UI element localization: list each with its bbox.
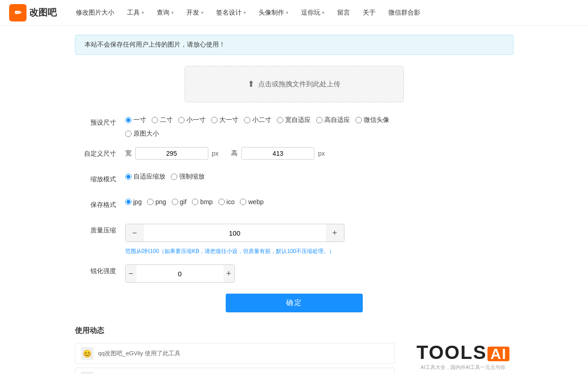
activity-content: 😊qq改图吧_eGVily 使用了此工具🖼改图吧_wpKoen 使用了此工具 T… — [75, 343, 514, 374]
activity-section: 使用动态 😊qq改图吧_eGVily 使用了此工具🖼改图吧_wpKoen 使用了… — [75, 326, 514, 374]
confirm-row: 确定 — [75, 294, 514, 312]
sharpness-input[interactable] — [137, 265, 223, 282]
height-unit: px — [318, 150, 325, 157]
preset-size-radio-group: 一寸二寸小一寸大一寸小二寸宽自适应高自适应微信头像原图大小 — [125, 116, 429, 138]
notice-text: 本站不会保存任何用户上传的图片，请放心使用！ — [85, 41, 225, 48]
quality-hint: 范围从0到100（如果要压缩KB，请把值往小设，但质量有损，默认100不压缩处理… — [125, 248, 335, 255]
nav-arrow-icon: ▾ — [322, 10, 324, 15]
sharpness-row: 锐化强度 − + — [75, 264, 514, 283]
preset-size-option[interactable]: 一寸 — [125, 116, 146, 124]
nav: 修改图片大小工具▾查询▾开发▾签名设计▾头像制作▾逗你玩▾留言关于微信群合影 — [70, 6, 579, 20]
custom-size-content: 宽 px 高 px — [125, 147, 514, 160]
scale-mode-option[interactable]: 自适应缩放 — [125, 173, 165, 181]
scale-mode-radio-group: 自适应缩放强制缩放 — [125, 173, 205, 181]
height-label: 高 — [231, 149, 238, 158]
quality-content: − + 范围从0到100（如果要压缩KB，请把值往小设，但质量有损，默认100不… — [125, 224, 514, 255]
activity-text: qq改图吧_eGVily 使用了此工具 — [98, 349, 180, 358]
confirm-button[interactable]: 确定 — [226, 294, 363, 312]
preset-size-option[interactable]: 原图大小 — [125, 130, 159, 138]
save-format-option[interactable]: jpg — [125, 198, 142, 205]
quality-label: 质量压缩 — [75, 224, 116, 235]
save-format-radio-group: jpgpnggifbmpicowebp — [125, 198, 264, 205]
preset-size-option[interactable]: 大一寸 — [211, 116, 238, 124]
quality-minus-btn[interactable]: − — [126, 224, 144, 242]
logo-text: 改图吧 — [29, 6, 57, 19]
preset-size-option[interactable]: 小一寸 — [178, 116, 206, 124]
custom-size-label: 自定义尺寸 — [75, 147, 116, 158]
header: ✏ 改图吧 修改图片大小工具▾查询▾开发▾签名设计▾头像制作▾逗你玩▾留言关于微… — [0, 0, 588, 26]
nav-item[interactable]: 查询▾ — [151, 6, 179, 20]
logo[interactable]: ✏ 改图吧 — [9, 4, 57, 21]
upload-area[interactable]: ⬆ 点击或拖拽文件到此处上传 — [185, 66, 404, 102]
sharpness-stepper: − + — [125, 264, 235, 283]
nav-item[interactable]: 修改图片大小 — [70, 6, 120, 20]
nav-item[interactable]: 工具▾ — [122, 6, 149, 20]
height-group: 高 px — [231, 147, 325, 160]
activity-item: 😊qq改图吧_eGVily 使用了此工具 — [75, 343, 395, 364]
nav-item[interactable]: 微信群合影 — [383, 6, 426, 20]
scale-mode-row: 缩放模式 自适应缩放强制缩放 — [75, 173, 514, 189]
save-format-option[interactable]: png — [147, 198, 166, 205]
activity-title: 使用动态 — [75, 326, 514, 336]
sharpness-plus-btn[interactable]: + — [223, 265, 234, 282]
preset-size-row: 预设尺寸 一寸二寸小一寸大一寸小二寸宽自适应高自适应微信头像原图大小 — [75, 116, 514, 138]
scale-mode-content: 自适应缩放强制缩放 — [125, 173, 514, 181]
tools-ai-subtitle: AI工具大全，国内外AI工具一元元与你 — [413, 364, 514, 371]
quality-input[interactable] — [144, 224, 326, 242]
quality-stepper: − + — [125, 224, 344, 242]
tools-ai-logo-block: TOOLSAI AI工具大全，国内外AI工具一元元与你 — [413, 343, 514, 371]
preset-size-option[interactable]: 小二寸 — [244, 116, 271, 124]
save-format-option[interactable]: ico — [218, 198, 235, 205]
custom-size-row: 自定义尺寸 宽 px 高 px — [75, 147, 514, 163]
save-format-row: 保存格式 jpgpnggifbmpicowebp — [75, 198, 514, 215]
scale-mode-option[interactable]: 强制缩放 — [171, 173, 205, 181]
main-content: 本站不会保存任何用户上传的图片，请放心使用！ ⬆ 点击或拖拽文件到此处上传 预设… — [66, 26, 523, 374]
preset-size-option[interactable]: 二寸 — [152, 116, 173, 124]
save-format-label: 保存格式 — [75, 198, 116, 209]
height-input[interactable] — [241, 147, 314, 160]
upload-label: 点击或拖拽文件到此处上传 — [258, 80, 340, 89]
nav-arrow-icon: ▾ — [171, 10, 174, 15]
preset-size-option[interactable]: 宽自适应 — [277, 116, 311, 124]
width-group: 宽 px — [125, 147, 219, 160]
nav-arrow-icon: ▾ — [142, 10, 144, 15]
nav-item[interactable]: 签名设计▾ — [211, 6, 251, 20]
activity-item: 🖼改图吧_wpKoen 使用了此工具 — [75, 368, 395, 374]
logo-icon: ✏ — [9, 4, 26, 21]
nav-item[interactable]: 逗你玩▾ — [296, 6, 330, 20]
preset-size-option[interactable]: 高自适应 — [316, 116, 350, 124]
save-format-option[interactable]: bmp — [192, 198, 212, 205]
save-format-option[interactable]: gif — [172, 198, 187, 205]
nav-arrow-icon: ▾ — [286, 10, 288, 15]
tools-ai-main: TOOLS — [417, 342, 487, 363]
save-format-content: jpgpnggifbmpicowebp — [125, 198, 514, 205]
nav-item[interactable]: 留言 — [332, 6, 355, 20]
quality-row: 质量压缩 − + 范围从0到100（如果要压缩KB，请把值往小设，但质量有损，默… — [75, 224, 514, 255]
nav-item[interactable]: 头像制作▾ — [253, 6, 294, 20]
upload-icon: ⬆ — [248, 79, 254, 89]
quality-plus-btn[interactable]: + — [326, 224, 344, 242]
activity-list: 😊qq改图吧_eGVily 使用了此工具🖼改图吧_wpKoen 使用了此工具 — [75, 343, 395, 374]
preset-size-label: 预设尺寸 — [75, 116, 116, 127]
sharpness-minus-btn[interactable]: − — [126, 265, 137, 282]
scale-mode-label: 缩放模式 — [75, 173, 116, 184]
tools-ai-badge: AI — [487, 347, 509, 361]
width-input[interactable] — [135, 147, 208, 160]
activity-avatar: 😊 — [81, 347, 94, 360]
save-format-option[interactable]: webp — [240, 198, 263, 205]
width-label: 宽 — [125, 149, 132, 158]
sharpness-content: − + — [125, 264, 514, 283]
width-unit: px — [212, 150, 219, 157]
sharpness-label: 锐化强度 — [75, 264, 116, 275]
nav-arrow-icon: ▾ — [244, 10, 246, 15]
preset-size-content: 一寸二寸小一寸大一寸小二寸宽自适应高自适应微信头像原图大小 — [125, 116, 514, 138]
nav-item[interactable]: 关于 — [357, 6, 381, 20]
nav-item[interactable]: 开发▾ — [181, 6, 209, 20]
notice-banner: 本站不会保存任何用户上传的图片，请放心使用！ — [75, 35, 514, 55]
preset-size-option[interactable]: 微信头像 — [355, 116, 389, 124]
activity-avatar: 🖼 — [81, 372, 94, 374]
tools-ai-logo: TOOLSAI — [413, 343, 514, 362]
nav-arrow-icon: ▾ — [201, 10, 203, 15]
